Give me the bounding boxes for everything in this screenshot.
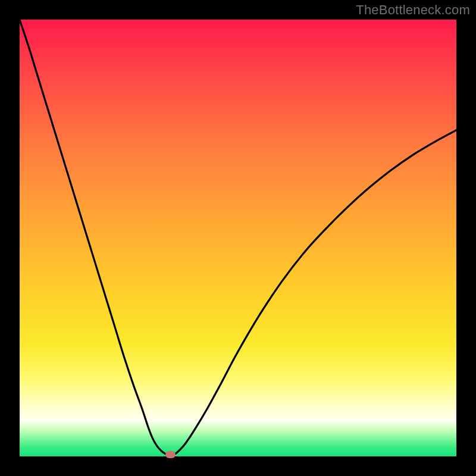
- plot-area: [20, 20, 456, 456]
- chart-frame: TheBottleneck.com: [0, 0, 476, 476]
- bottleneck-curve: [20, 20, 456, 456]
- attribution-text: TheBottleneck.com: [356, 2, 470, 18]
- optimal-marker: [165, 451, 176, 458]
